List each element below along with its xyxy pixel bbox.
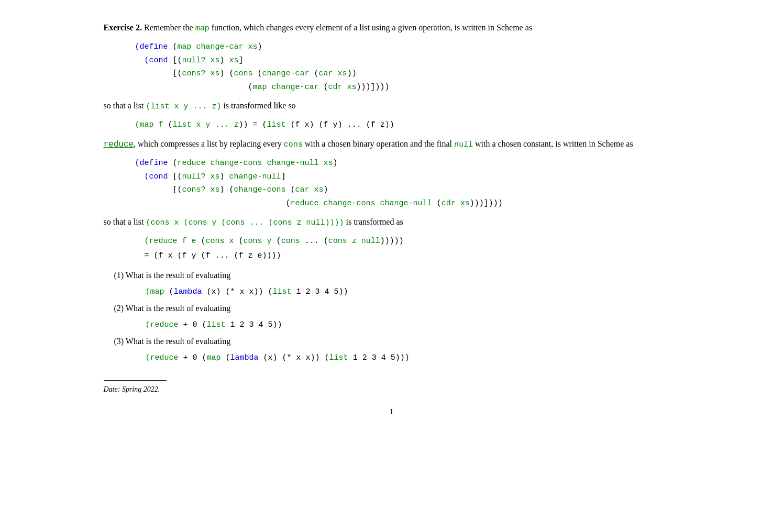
question3: (3) What is the result of evaluating [114,335,680,348]
q3-prefix: (3) What is the result of evaluating [114,337,231,346]
content: Exercise 2. Remember the map function, w… [104,21,680,418]
map-code-line3: [(cons? xs) (cons (change-car (car xs)) [135,67,680,81]
reduce-transform-block: (reduce f e (cons x (cons y (cons ... (c… [135,235,680,262]
so-that-text2: is transformed like so [221,101,295,110]
list-code-inline: (list x y ... z) [146,102,221,111]
date-value: Spring 2022. [122,385,160,393]
q3-code: (reduce + 0 (map (lambda (x) (* x x)) (l… [146,351,680,365]
define-kw1: (define [135,42,168,51]
reduce-desc3: with a chosen constant, is written in Sc… [473,139,633,148]
so-that2-text1: so that a list [104,217,146,226]
map-transform-line: (map f (list x y ... z)) = (list (f x) (… [135,118,680,132]
reduce-code-block: (define (reduce change-cons change-null … [135,157,680,210]
intro-text: Remember the [144,23,195,32]
map-code-line1: (define (map change-car xs) [135,40,680,54]
q2-prefix: (2) What is the result of evaluating [114,304,231,313]
so-that-text: so that a list [104,101,146,110]
q1-prefix: (1) What is the result of evaluating [114,271,231,280]
cond-kw1: (cond [145,56,168,65]
question2: (2) What is the result of evaluating [114,302,680,315]
map-code-block: (define (map change-car xs) (cond [(null… [135,40,680,94]
question1: (1) What is the result of evaluating [114,269,680,282]
page-number: 1 [104,406,680,418]
cons-keyword-inline: cons [284,140,303,149]
exercise-intro: Exercise 2. Remember the map function, w… [104,21,680,35]
so-that2-text2: is transformed as [344,217,403,226]
cons-list-inline: (cons x (cons y (cons ... (cons z null))… [146,218,344,227]
reduce-keyword: reduce [104,140,134,149]
reduce-code-line3: [(cons? xs) (change-cons (car xs) [135,183,680,197]
reduce-desc2: with a chosen binary operation and the f… [303,139,454,148]
reduce-transform-line2: = (f x (f y (f ... (f z e)))) [135,249,680,263]
footnote-rule [104,380,167,381]
q1-code: (map (lambda (x) (* x x)) (list 1 2 3 4 … [146,285,680,299]
map-code-line2: (cond [(null? xs) xs] [135,54,680,68]
null-keyword-inline: null [454,140,473,149]
q2-code: (reduce + 0 (list 1 2 3 4 5)) [146,318,680,332]
reduce-transform-line1: (reduce f e (cons x (cons y (cons ... (c… [135,235,680,248]
page: Exercise 2. Remember the map function, w… [0,0,783,532]
so-that-line: so that a list (list x y ... z) is trans… [104,99,680,113]
reduce-desc1: , which compresses a list by replacing e… [134,139,284,148]
exercise-label: Exercise 2. [104,23,142,32]
map-code-line4: (map change-car (cdr xs)))]))) [135,81,680,94]
reduce-code-line1: (define (reduce change-cons change-null … [135,157,680,170]
so-that2-line: so that a list (cons x (cons y (cons ...… [104,215,680,229]
reduce-code-line2: (cond [(null? xs) change-null] [135,170,680,184]
map-keyword-inline: map [195,24,209,33]
reduce-paragraph: reduce, which compresses a list by repla… [104,137,680,152]
footnote: Date: Spring 2022. [104,384,680,395]
date-label: Date: [104,385,120,393]
reduce-code-line4: (reduce change-cons change-null (cdr xs)… [135,197,680,210]
intro-text2: function, which changes every element of… [209,23,532,32]
